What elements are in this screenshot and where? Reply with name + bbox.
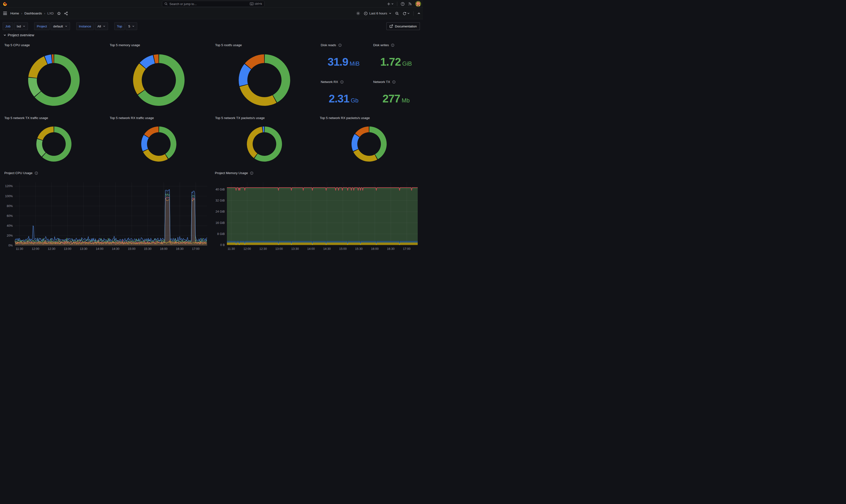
stat-panel-disk_writes: Disk writes1.72GiB: [370, 39, 422, 77]
donut-chart-memory_donut[interactable]: [133, 54, 185, 107]
svg-text:40 GiB: 40 GiB: [216, 188, 225, 191]
filter-value-top[interactable]: 5: [126, 22, 137, 30]
panel-title-network_tx[interactable]: Network TX: [373, 80, 395, 84]
svg-text:13:30: 13:30: [80, 247, 87, 251]
donut-chart-rootfs_donut[interactable]: [238, 54, 291, 107]
panel-title-memory_donut[interactable]: Top 5 memory usage: [110, 43, 140, 47]
panel-title-text: Disk writes: [373, 43, 389, 47]
stat-panel-network_tx: Network TX277Mb: [370, 78, 422, 114]
filter-value-job[interactable]: lxd: [14, 22, 28, 30]
search-icon: [164, 2, 168, 5]
filter-label-project[interactable]: Project: [34, 22, 50, 30]
donut-chart-cpu_donut[interactable]: [28, 54, 81, 107]
collapse-topbar-button[interactable]: [417, 12, 421, 15]
variables-toolbar: JoblxdProjectdefaultInstanceAllTop5 Docu…: [0, 19, 423, 31]
svg-text:16:00: 16:00: [160, 247, 168, 251]
grafana-logo-icon[interactable]: [2, 1, 8, 6]
menu-toggle-icon[interactable]: [3, 12, 7, 15]
stat-value-disk_reads: 31.9MiB: [317, 56, 370, 67]
info-icon[interactable]: [338, 43, 342, 47]
filter-label-job[interactable]: Job: [3, 22, 13, 30]
panel-title-cpu_donut[interactable]: Top 5 CPU usage: [4, 43, 30, 47]
donut-chart-tx_traffic_donut[interactable]: [36, 126, 72, 162]
filter-value-instance[interactable]: All: [95, 22, 108, 30]
panel-title-tx_packets_donut[interactable]: Top 5 network TX packets/s usage: [215, 116, 265, 120]
panel-title-tx_traffic_donut[interactable]: Top 5 network TX traffic usage: [4, 116, 48, 120]
clock-icon: [364, 12, 368, 15]
info-icon[interactable]: [392, 80, 395, 84]
svg-text:13:00: 13:00: [64, 247, 71, 251]
keyboard-icon: [250, 2, 253, 5]
add-new-button[interactable]: [387, 2, 394, 6]
news-button[interactable]: [408, 2, 412, 6]
chevron-down-icon: [3, 34, 6, 37]
svg-text:24 GiB: 24 GiB: [216, 210, 225, 213]
section-title: Project overview: [8, 33, 34, 37]
panel-title-text: Top 5 network RX traffic usage: [110, 116, 154, 120]
filter-label-instance[interactable]: Instance: [76, 22, 94, 30]
svg-text:17:00: 17:00: [403, 247, 410, 251]
time-range-picker[interactable]: Last 6 hours: [364, 12, 391, 15]
stat-unit: GiB: [402, 61, 412, 67]
info-icon[interactable]: [391, 43, 394, 47]
help-icon: [401, 2, 405, 6]
stat-panel-network_rx: Network RX2.31Gb: [317, 78, 370, 114]
stat-value-network_tx: 277Mb: [370, 93, 422, 104]
breadcrumb-item-lxd[interactable]: LXD: [48, 12, 54, 15]
svg-text:14:30: 14:30: [112, 247, 119, 251]
time-series-chart-cpu[interactable]: 0%20%40%60%80%100%120%11:3012:0012:3013:…: [0, 168, 212, 252]
svg-text:40%: 40%: [7, 224, 13, 228]
panel-title-rootfs_donut[interactable]: Top 5 rootfs usage: [215, 43, 242, 47]
svg-text:60%: 60%: [7, 214, 13, 218]
dashboard-settings-button[interactable]: [356, 11, 360, 15]
search-input[interactable]: Search or jump to... ctrl+k: [162, 1, 264, 7]
svg-text:8 GiB: 8 GiB: [217, 232, 225, 236]
svg-text:14:30: 14:30: [323, 247, 331, 251]
info-icon[interactable]: [340, 80, 343, 84]
donut-chart-rx_traffic_donut[interactable]: [141, 126, 177, 162]
search-shortcut: ctrl+k: [250, 2, 262, 5]
time-series-chart-memory[interactable]: 0 B8 GiB16 GiB24 GiB32 GiB40 GiB11:3012:…: [212, 168, 423, 252]
stat-number: 1.72: [380, 56, 401, 67]
help-button[interactable]: [401, 2, 405, 6]
filter-label-top[interactable]: Top: [114, 22, 125, 30]
panel-title-rx_packets_donut[interactable]: Top 5 network RX packets/s usage: [320, 116, 370, 120]
svg-text:80%: 80%: [7, 204, 13, 208]
svg-text:15:30: 15:30: [144, 247, 151, 251]
breadcrumb: Home›Dashboards›LXD: [10, 12, 54, 15]
breadcrumb-item-home[interactable]: Home: [10, 12, 19, 15]
svg-text:20%: 20%: [7, 234, 13, 237]
filter-value-text: 5: [128, 24, 130, 28]
panel-title-network_rx[interactable]: Network RX: [321, 80, 343, 84]
svg-text:16 GiB: 16 GiB: [216, 221, 225, 224]
filter-value-text: All: [98, 24, 101, 28]
zoom-out-button[interactable]: [395, 12, 399, 15]
section-row-project-overview[interactable]: Project overview: [3, 33, 34, 37]
svg-text:0%: 0%: [8, 244, 13, 247]
chevron-down-icon: [23, 25, 25, 28]
donut-chart-tx_packets_donut[interactable]: [246, 126, 283, 162]
panel-title-disk_writes[interactable]: Disk writes: [373, 43, 394, 47]
favorite-button[interactable]: [57, 12, 61, 15]
panel-title-disk_reads[interactable]: Disk reads: [321, 43, 342, 47]
documentation-button[interactable]: Documentation: [386, 22, 420, 30]
chevron-down-icon: [132, 25, 135, 28]
refresh-button[interactable]: [403, 12, 410, 15]
donut-chart-rx_packets_donut[interactable]: [351, 126, 387, 162]
filter-value-project[interactable]: default: [51, 22, 70, 30]
panel-title-text: Top 5 rootfs usage: [215, 43, 242, 47]
svg-text:12:00: 12:00: [32, 247, 39, 251]
panel-title-text: Top 5 network RX packets/s usage: [320, 116, 370, 120]
panel-title-text: Network RX: [321, 80, 338, 84]
user-avatar[interactable]: [415, 1, 421, 7]
panel-title-rx_traffic_donut[interactable]: Top 5 network RX traffic usage: [110, 116, 154, 120]
panel-title-text: Top 5 CPU usage: [4, 43, 30, 47]
svg-text:14:00: 14:00: [307, 247, 315, 251]
top-navigation-bar: Search or jump to... ctrl+k: [0, 0, 423, 8]
stat-unit: MiB: [350, 61, 359, 67]
breadcrumb-item-dashboards[interactable]: Dashboards: [24, 12, 42, 15]
svg-text:12:30: 12:30: [259, 247, 267, 251]
svg-text:16:00: 16:00: [371, 247, 378, 251]
star-icon: [57, 12, 61, 15]
share-button[interactable]: [64, 12, 68, 15]
